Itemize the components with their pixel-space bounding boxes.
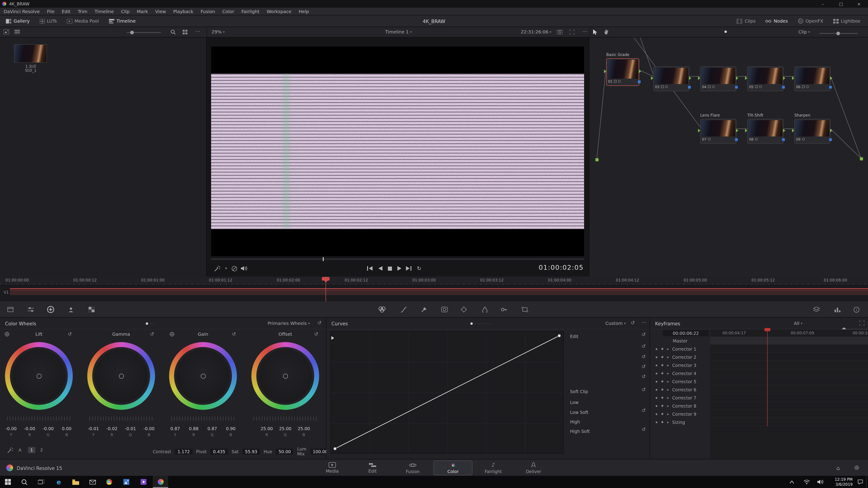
timeline-toggle-button[interactable]: Timeline bbox=[104, 15, 141, 27]
color-wheels-tool-icon[interactable] bbox=[378, 305, 386, 314]
keyframe-row-corrector9[interactable]: ●◆▸Corrector 9 bbox=[650, 410, 710, 418]
resolve-taskbar-icon[interactable] bbox=[153, 476, 168, 488]
play-reverse-button[interactable] bbox=[376, 264, 384, 272]
node-input-pin[interactable] bbox=[698, 76, 700, 80]
gallery-toggle-button[interactable]: Gallery bbox=[1, 15, 35, 27]
expand-row-icon[interactable]: ▸ bbox=[667, 347, 669, 351]
viewer-scrubber[interactable] bbox=[211, 258, 584, 260]
keyframe-playhead-tag[interactable] bbox=[765, 328, 770, 331]
offset-master-slider[interactable] bbox=[254, 417, 317, 421]
stop-button[interactable] bbox=[385, 264, 394, 272]
power-window-tool-icon[interactable] bbox=[440, 305, 448, 314]
menu-clip[interactable]: Clip bbox=[118, 9, 133, 14]
magic-wand-icon[interactable] bbox=[7, 447, 13, 453]
curves-pagination-dots[interactable]: ●•••••• bbox=[470, 322, 492, 325]
gamma-color-ring[interactable] bbox=[87, 342, 155, 410]
page-media[interactable]: Media bbox=[313, 460, 352, 475]
sliders-icon[interactable] bbox=[27, 305, 35, 314]
node-key-pin[interactable] bbox=[638, 80, 641, 83]
enable-dot-icon[interactable]: ● bbox=[655, 380, 657, 383]
node-output-pin[interactable] bbox=[736, 76, 738, 80]
audio-mute-icon[interactable] bbox=[240, 264, 248, 272]
node-06[interactable]: 06 bbox=[794, 66, 831, 91]
keyframe-diamond-icon[interactable]: ◆ bbox=[661, 388, 664, 391]
menu-fairlight[interactable]: Fairlight bbox=[238, 9, 263, 14]
node-view-select[interactable]: Clip▾ bbox=[798, 29, 810, 34]
keyframe-diamond-icon[interactable]: ◆ bbox=[661, 412, 664, 416]
node-output-pin[interactable] bbox=[736, 129, 738, 132]
expand-row-icon[interactable]: ▸ bbox=[667, 379, 669, 383]
enable-dot-icon[interactable]: ● bbox=[655, 421, 657, 423]
node-input-pin[interactable] bbox=[792, 76, 794, 80]
lift-master-slider[interactable] bbox=[7, 417, 70, 421]
tray-expand-chevron-icon[interactable] bbox=[786, 476, 797, 488]
node-04[interactable]: 04 bbox=[700, 66, 737, 91]
grid-view-icon[interactable] bbox=[183, 30, 188, 34]
lightbox-toggle-button[interactable]: Lightbox bbox=[828, 15, 865, 27]
timeline-clip[interactable] bbox=[10, 290, 868, 295]
thumbnail-size-slider[interactable] bbox=[127, 32, 161, 33]
expand-row-icon[interactable]: ▸ bbox=[667, 387, 669, 392]
menu-timeline[interactable]: Timeline bbox=[91, 9, 118, 14]
wheel-crosshair[interactable] bbox=[283, 373, 288, 379]
keyframe-diamond-icon[interactable]: ◆ bbox=[661, 355, 664, 359]
keyframe-row-corrector4[interactable]: ●◆▸Corrector 4 bbox=[650, 369, 710, 377]
node-output-pin[interactable] bbox=[830, 129, 832, 132]
edit-reset-icon[interactable]: ↺ bbox=[642, 332, 646, 337]
add-node-circle-plus-icon[interactable] bbox=[46, 305, 55, 314]
menu-fusion[interactable]: Fusion bbox=[197, 9, 219, 14]
tracker-target-icon[interactable] bbox=[460, 305, 468, 314]
node-zoom-slider[interactable] bbox=[819, 33, 858, 34]
lift-color-ring[interactable] bbox=[5, 342, 73, 410]
stills-icon[interactable] bbox=[4, 29, 9, 34]
layers-icon[interactable] bbox=[812, 305, 820, 314]
wheel-crosshair[interactable] bbox=[119, 373, 124, 379]
node-key-pin[interactable] bbox=[782, 138, 785, 141]
curves-mode-select[interactable]: Custom▾ bbox=[605, 321, 626, 326]
node-key-pin[interactable] bbox=[782, 86, 785, 89]
node-tree-output-dot[interactable] bbox=[860, 157, 863, 160]
node-08[interactable]: 08 bbox=[747, 119, 783, 144]
node-input-pin[interactable] bbox=[745, 129, 747, 132]
palette-page-2-button[interactable]: 2 bbox=[38, 447, 45, 453]
keyframe-row-corrector7[interactable]: ●◆▸Corrector 7 bbox=[650, 394, 710, 402]
lift-reset-icon[interactable]: ↺ bbox=[68, 331, 72, 337]
menu-mark[interactable]: Mark bbox=[133, 9, 151, 14]
gain-master-slider[interactable] bbox=[171, 417, 235, 421]
speaker-icon[interactable] bbox=[815, 476, 826, 488]
gamma-master-slider[interactable] bbox=[90, 417, 153, 421]
wheel-crosshair[interactable] bbox=[36, 373, 41, 379]
keyframe-row-master[interactable]: Master bbox=[650, 337, 710, 345]
low-soft-reset-icon[interactable]: ↺ bbox=[642, 408, 646, 414]
curves-options-icon[interactable]: ⋯ bbox=[642, 320, 647, 325]
curve-point-low[interactable] bbox=[333, 447, 337, 450]
nodes-toggle-button[interactable]: Nodes bbox=[761, 15, 793, 27]
node-input-pin[interactable] bbox=[745, 76, 747, 80]
saturation-value[interactable]: 55.93 bbox=[242, 449, 260, 454]
timeline-select[interactable]: Timeline 1▾ bbox=[385, 29, 412, 34]
viewer-video[interactable] bbox=[211, 46, 584, 256]
source-output-dot[interactable] bbox=[595, 158, 598, 161]
menu-workspace[interactable]: Workspace bbox=[263, 9, 295, 14]
keyframe-diamond-icon[interactable]: ◆ bbox=[661, 404, 664, 408]
luts-toggle-button[interactable]: LUTs bbox=[35, 15, 62, 27]
node-input-pin[interactable] bbox=[698, 129, 700, 132]
gamma-reset-icon[interactable]: ↺ bbox=[150, 331, 154, 337]
pointer-cursor-icon[interactable] bbox=[593, 29, 598, 35]
keyframe-diamond-icon[interactable]: ◆ bbox=[661, 363, 664, 367]
enable-dot-icon[interactable]: ● bbox=[655, 356, 657, 358]
play-button[interactable] bbox=[395, 264, 403, 272]
enable-dot-icon[interactable]: ● bbox=[655, 364, 657, 366]
photos-app-icon[interactable] bbox=[119, 476, 134, 488]
keyframe-row-corrector3[interactable]: ●◆▸Corrector 3 bbox=[650, 361, 710, 369]
node-output-pin[interactable] bbox=[783, 76, 785, 80]
keyframe-diamond-icon[interactable]: ◆ bbox=[661, 396, 664, 399]
file-explorer-icon[interactable] bbox=[68, 476, 83, 488]
menu-trim[interactable]: Trim bbox=[74, 9, 91, 14]
next-clip-button[interactable] bbox=[405, 264, 413, 272]
gain-color-ring[interactable] bbox=[169, 342, 237, 410]
chrome-browser-icon[interactable] bbox=[101, 476, 117, 488]
page-fairlight[interactable]: ♪ Fairlight bbox=[474, 460, 513, 475]
expand-panel-icon[interactable] bbox=[860, 321, 864, 325]
node-key-pin[interactable] bbox=[735, 86, 738, 89]
